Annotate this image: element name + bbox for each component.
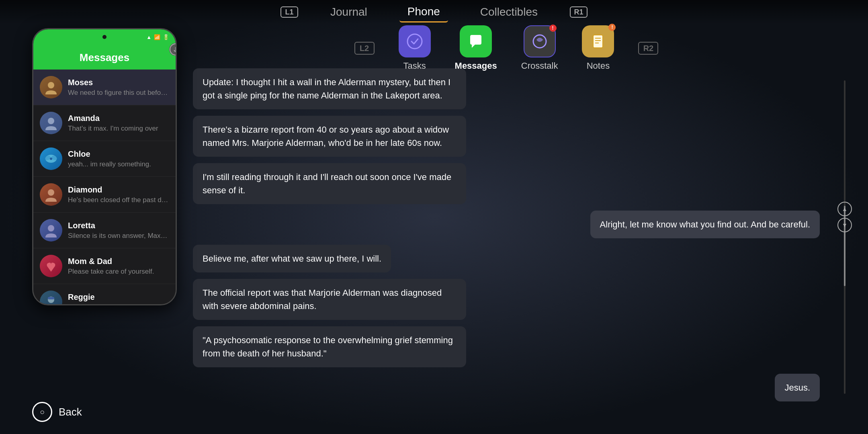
notes-label: Notes — [587, 61, 610, 71]
svg-point-14 — [48, 225, 54, 231]
avatar-reggie — [40, 291, 62, 304]
contact-item-chloe[interactable]: Chloe yeah... im really something. — [33, 141, 176, 177]
contact-preview-loretta: Silence is its own answer, Max. Than — [68, 232, 169, 240]
avatar-mom-dad — [40, 255, 62, 277]
back-label: Back — [59, 406, 82, 418]
contact-preview-amanda: That's it max. I'm coming over — [68, 125, 169, 133]
phone-camera — [102, 35, 106, 39]
notes-app-icon[interactable]: ! Notes — [582, 25, 614, 71]
journal-nav-item[interactable]: Journal — [322, 2, 375, 22]
message-7: "A psychosomatic response to the overwhe… — [193, 326, 466, 367]
contact-preview-chloe: yeah... im really something. — [68, 160, 169, 168]
contact-preview-mom-dad: Please take care of yourself. — [68, 268, 169, 276]
right-scroll-indicator[interactable]: ▲ ▼ — [837, 202, 852, 232]
contact-item-moses[interactable]: Moses We need to figure this out before … — [33, 70, 176, 105]
avatar-moses — [40, 76, 62, 98]
svg-rect-2 — [593, 35, 603, 48]
message-4: Alright, let me know what you find out. … — [590, 211, 820, 238]
journal-label: Journal — [330, 6, 367, 18]
contact-item-mom-dad[interactable]: Mom & Dad Please take care of yourself. — [33, 248, 176, 284]
contact-info-moses: Moses We need to figure this out before … — [68, 78, 169, 97]
contact-info-chloe: Chloe yeah... im really something. — [68, 149, 169, 168]
avatar-chloe — [40, 147, 62, 170]
contact-name-reggie: Reggie — [68, 293, 169, 302]
contact-preview-moses: We need to figure this out before w — [68, 89, 169, 97]
contact-item-loretta[interactable]: Loretta Silence is its own answer, Max. … — [33, 213, 176, 248]
app-icons-row: L2 Tasks Messages ! Crosstalk — [185, 28, 828, 68]
l2-button[interactable]: L2 — [354, 42, 375, 55]
avatar-diamond — [40, 183, 62, 206]
contact-name-chloe: Chloe — [68, 149, 169, 159]
chat-area: Update: I thought I hit a wall in the Al… — [185, 68, 828, 402]
avatar-loretta — [40, 219, 62, 242]
back-circle-icon: ○ — [40, 407, 45, 417]
crosstalk-app-icon[interactable]: ! Crosstalk — [521, 25, 558, 71]
contact-name-moses: Moses — [68, 78, 169, 87]
contact-list: Moses We need to figure this out before … — [33, 70, 176, 304]
phone-status-icons: ▲ 📶 🔋 — [146, 34, 169, 40]
tasks-icon — [399, 25, 431, 57]
contact-name-diamond: Diamond — [68, 185, 169, 194]
contact-name-mom-dad: Mom & Dad — [68, 257, 169, 266]
svg-point-7 — [48, 82, 54, 88]
scroll-down-icon[interactable]: ▼ — [837, 218, 852, 232]
contact-info-amanda: Amanda That's it max. I'm coming over — [68, 114, 169, 133]
crosstalk-notification: ! — [549, 25, 557, 32]
svg-point-0 — [407, 34, 422, 49]
top-navigation: L1 Journal Phone Collectibles R1 — [0, 0, 868, 24]
message-6: The official report was that Marjorie Al… — [193, 279, 466, 320]
scroll-up-icon[interactable]: ▲ — [837, 202, 852, 216]
avatar-amanda — [40, 112, 62, 134]
contact-info-reggie: Reggie i'm so sorry about the broken gla… — [68, 293, 169, 305]
svg-point-6 — [170, 44, 177, 55]
svg-point-12 — [50, 158, 52, 160]
message-8: Jesus. — [775, 374, 820, 401]
phone-header: ▲ 📶 🔋 Messages — [33, 29, 176, 70]
phone-nav-item[interactable]: Phone — [399, 2, 448, 23]
message-2: There's a bizarre report from 40 or so y… — [193, 116, 466, 157]
phone-scroll-indicator — [169, 43, 177, 56]
collectibles-label: Collectibles — [480, 6, 538, 18]
svg-rect-16 — [48, 297, 54, 299]
contact-preview-reggie: i'm so sorry about the broken glass, — [68, 303, 169, 305]
messages-app-icon[interactable]: Messages — [455, 25, 497, 71]
r1-button[interactable]: R1 — [570, 6, 588, 18]
svg-point-13 — [48, 189, 54, 196]
contact-item-amanda[interactable]: Amanda That's it max. I'm coming over — [33, 105, 176, 141]
svg-point-8 — [48, 118, 54, 124]
contact-item-diamond[interactable]: Diamond He's been closed off the past da… — [33, 177, 176, 213]
message-5: Believe me, after what we saw up there, … — [193, 245, 391, 272]
contact-item-reggie[interactable]: Reggie i'm so sorry about the broken gla… — [33, 284, 176, 304]
contact-info-mom-dad: Mom & Dad Please take care of yourself. — [68, 257, 169, 276]
phone-label: Phone — [407, 5, 440, 18]
chat-scrollbar[interactable] — [844, 80, 845, 394]
collectibles-nav-item[interactable]: Collectibles — [472, 2, 546, 22]
back-icon: ○ — [32, 402, 52, 422]
crosstalk-icon: ! — [524, 25, 556, 57]
crosstalk-label: Crosstalk — [521, 61, 558, 71]
notes-notification: ! — [608, 24, 616, 31]
contact-preview-diamond: He's been closed off the past day o — [68, 196, 169, 204]
contact-info-loretta: Loretta Silence is its own answer, Max. … — [68, 221, 169, 240]
message-1: Update: I thought I hit a wall in the Al… — [193, 68, 466, 109]
messages-label: Messages — [455, 61, 497, 71]
r2-button[interactable]: R2 — [638, 42, 658, 55]
tasks-label: Tasks — [403, 61, 426, 71]
tasks-app-icon[interactable]: Tasks — [399, 25, 431, 71]
l1-button[interactable]: L1 — [280, 6, 298, 18]
contact-name-loretta: Loretta — [68, 221, 169, 230]
messages-icon — [460, 25, 492, 57]
phone-device: ▲ 📶 🔋 Messages Moses We need to figure t… — [32, 28, 177, 305]
contact-name-amanda: Amanda — [68, 114, 169, 123]
contact-info-diamond: Diamond He's been closed off the past da… — [68, 185, 169, 204]
message-3: I'm still reading through it and I'll re… — [193, 163, 466, 204]
notes-icon: ! — [582, 25, 614, 57]
phone-title: Messages — [80, 51, 129, 64]
back-button[interactable]: ○ Back — [32, 402, 82, 422]
